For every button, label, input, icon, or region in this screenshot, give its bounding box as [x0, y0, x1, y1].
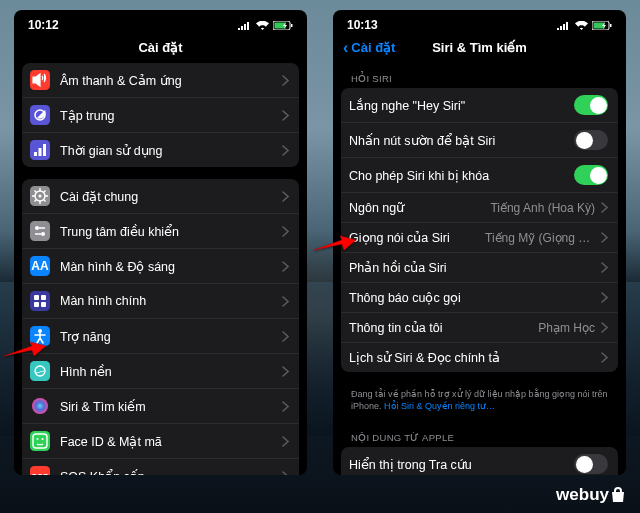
svg-rect-5	[39, 148, 42, 156]
phone-right: 10:13 ‹ Cài đặt Siri & Tìm kiếm Hỏi Siri…	[333, 10, 626, 475]
siri-row[interactable]: Lắng nghe "Hey Siri"	[341, 88, 618, 122]
sos-icon: SOS	[30, 466, 50, 475]
chevron-right-icon	[282, 226, 289, 237]
svg-rect-12	[34, 295, 39, 300]
svg-point-10	[41, 232, 45, 236]
row-label: Face ID & Mật mã	[60, 434, 276, 449]
settings-row-focus[interactable]: Tập trung	[22, 97, 299, 132]
row-value: Tiếng Anh (Hoa Kỳ)	[490, 201, 595, 215]
row-label: Âm thanh & Cảm ứng	[60, 73, 276, 88]
svg-rect-19	[33, 434, 47, 448]
watermark: webuy	[556, 485, 626, 505]
svg-point-8	[39, 195, 42, 198]
settings-row-wallpaper[interactable]: Hình nền	[22, 353, 299, 388]
row-value: Phạm Học	[538, 321, 595, 335]
settings-row-faceid[interactable]: Face ID & Mật mã	[22, 423, 299, 458]
page-title: Siri & Tìm kiếm	[432, 40, 527, 55]
row-label: Hình nền	[60, 364, 276, 379]
toggle-switch[interactable]	[574, 130, 608, 150]
svg-text:AA: AA	[31, 259, 49, 273]
row-label: Trợ năng	[60, 329, 276, 344]
settings-row-home[interactable]: Màn hình chính	[22, 283, 299, 318]
row-value: Tiếng Mỹ (Giọng nó…	[485, 231, 595, 245]
row-label: Cho phép Siri khi bị khóa	[349, 168, 574, 183]
chevron-right-icon	[601, 292, 608, 303]
section-header-apple-content: Nội dung từ Apple	[341, 422, 618, 447]
settings-row-display[interactable]: AAMàn hình & Độ sáng	[22, 248, 299, 283]
back-label: Cài đặt	[351, 40, 395, 55]
toggle-switch[interactable]	[574, 454, 608, 474]
row-label: Cài đặt chung	[60, 189, 276, 204]
siri-icon	[30, 396, 50, 416]
chevron-right-icon	[601, 202, 608, 213]
siri-row[interactable]: Lịch sử Siri & Đọc chính tả	[341, 342, 618, 372]
siri-row[interactable]: Giọng nói của SiriTiếng Mỹ (Giọng nó…	[341, 222, 618, 252]
settings-row-sound[interactable]: Âm thanh & Cảm ứng	[22, 63, 299, 97]
chevron-right-icon	[601, 322, 608, 333]
chevron-right-icon	[282, 75, 289, 86]
settings-row-access[interactable]: Trợ năng	[22, 318, 299, 353]
row-label: Thông tin của tôi	[349, 320, 532, 335]
row-label: Lịch sử Siri & Đọc chính tả	[349, 350, 595, 365]
screentime-icon	[30, 140, 50, 160]
svg-rect-13	[41, 295, 46, 300]
row-label: Siri & Tìm kiếm	[60, 399, 276, 414]
bag-icon	[610, 487, 626, 503]
row-label: Tập trung	[60, 108, 276, 123]
footnote-siri: Đang tải về phần hỗ trợ xử lý dữ liệu nh…	[341, 384, 618, 422]
faceid-icon	[30, 431, 50, 451]
row-label: Thông báo cuộc gọi	[349, 290, 595, 305]
wallpaper-icon	[30, 361, 50, 381]
siri-row[interactable]: Hiển thị trong Tra cứu	[341, 447, 618, 475]
chevron-right-icon	[601, 262, 608, 273]
settings-row-control[interactable]: Trung tâm điều khiển	[22, 213, 299, 248]
settings-group-1: Âm thanh & Cảm ứngTập trungThời gian sử …	[22, 63, 299, 167]
svg-rect-2	[291, 24, 293, 27]
siri-row[interactable]: Cho phép Siri khi bị khóa	[341, 157, 618, 192]
row-label: Hiển thị trong Tra cứu	[349, 457, 574, 472]
settings-row-screentime[interactable]: Thời gian sử dụng	[22, 132, 299, 167]
row-label: Lắng nghe "Hey Siri"	[349, 98, 574, 113]
chevron-left-icon: ‹	[343, 41, 348, 54]
svg-rect-4	[34, 152, 37, 156]
row-label: SOS Khẩn cấp	[60, 469, 276, 476]
chevron-right-icon	[282, 331, 289, 342]
settings-row-general[interactable]: Cài đặt chung	[22, 179, 299, 213]
row-label: Phản hồi của Siri	[349, 260, 595, 275]
nav-header: ‹ Cài đặt Siri & Tìm kiếm	[333, 34, 626, 63]
siri-row[interactable]: Nhấn nút sườn để bật Siri	[341, 122, 618, 157]
chevron-right-icon	[601, 352, 608, 363]
row-label: Thời gian sử dụng	[60, 143, 276, 158]
row-label: Màn hình chính	[60, 294, 276, 308]
svg-rect-15	[41, 302, 46, 307]
status-icons	[238, 21, 293, 30]
siri-row[interactable]: Thông báo cuộc gọi	[341, 282, 618, 312]
settings-row-sos[interactable]: SOSSOS Khẩn cấp	[22, 458, 299, 475]
siri-privacy-link[interactable]: Hỏi Siri & Quyền riêng tư…	[384, 401, 495, 411]
status-bar: 10:13	[333, 10, 626, 34]
phone-left: 10:12 Cài đặt Âm thanh & Cảm ứngTập trun…	[14, 10, 307, 475]
page-title: Cài đặt	[138, 40, 182, 55]
row-label: Giọng nói của Siri	[349, 230, 479, 245]
chevron-right-icon	[282, 261, 289, 272]
svg-point-21	[42, 438, 44, 440]
chevron-right-icon	[282, 401, 289, 412]
siri-group-1: Lắng nghe "Hey Siri"Nhấn nút sườn để bật…	[341, 88, 618, 372]
siri-group-2: Hiển thị trong Tra cứuHiển thị trong Spo…	[341, 447, 618, 475]
chevron-right-icon	[282, 366, 289, 377]
siri-row[interactable]: Phản hồi của Siri	[341, 252, 618, 282]
back-button[interactable]: ‹ Cài đặt	[343, 40, 395, 55]
toggle-switch[interactable]	[574, 95, 608, 115]
focus-icon	[30, 105, 50, 125]
settings-row-siri[interactable]: Siri & Tìm kiếm	[22, 388, 299, 423]
siri-row[interactable]: Ngôn ngữTiếng Anh (Hoa Kỳ)	[341, 192, 618, 222]
row-label: Màn hình & Độ sáng	[60, 259, 276, 274]
status-icons	[557, 21, 612, 30]
sound-icon	[30, 70, 50, 90]
status-time: 10:13	[347, 18, 378, 32]
toggle-switch[interactable]	[574, 165, 608, 185]
settings-group-2: Cài đặt chungTrung tâm điều khiểnAAMàn h…	[22, 179, 299, 475]
chevron-right-icon	[601, 232, 608, 243]
siri-row[interactable]: Thông tin của tôiPhạm Học	[341, 312, 618, 342]
chevron-right-icon	[282, 110, 289, 121]
